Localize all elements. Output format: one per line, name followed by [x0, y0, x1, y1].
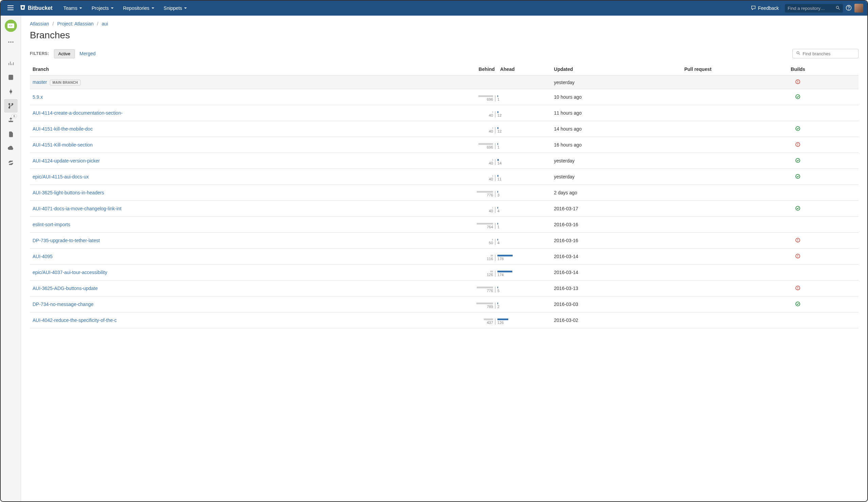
breadcrumb-project[interactable]: Project: Atlassian	[57, 21, 94, 27]
feedback-label: Feedback	[758, 6, 779, 11]
bucket-icon	[20, 4, 26, 12]
feedback-link[interactable]: Feedback	[747, 3, 782, 13]
repo-avatar-icon[interactable]: <>	[5, 20, 17, 32]
filter-active-button[interactable]: Active	[54, 49, 75, 58]
branch-link[interactable]: AUI-4042-reduce-the-specificity-of-the-c	[32, 317, 117, 323]
nav-snippets[interactable]: Snippets	[160, 3, 191, 13]
behind-indicator: 40	[489, 175, 495, 181]
behind-indicator: 126	[487, 271, 495, 277]
branch-link[interactable]: epic/AUI-4115-aui-docs-ux	[32, 174, 89, 180]
updated-text: 2016-03-14	[554, 270, 578, 275]
updated-text: yesterday	[554, 174, 575, 180]
svg-point-39	[798, 241, 798, 242]
filter-merged-link[interactable]: Merged	[80, 51, 96, 56]
build-success-icon[interactable]	[795, 207, 800, 212]
build-failed-icon[interactable]	[795, 238, 800, 244]
primary-nav: Teams Projects Repositories Snippets	[59, 3, 191, 13]
sidebar-pullrequests-icon[interactable]: 6	[4, 113, 18, 127]
build-failed-icon[interactable]	[795, 254, 800, 260]
sidebar-source-icon[interactable]	[4, 71, 18, 84]
ahead-indicator: 12	[495, 127, 502, 133]
col-behind: Behind	[440, 63, 495, 76]
table-row: DP-734-no-message-change78922016-03-03••…	[30, 296, 858, 313]
svg-point-24	[797, 52, 799, 54]
find-branches[interactable]	[792, 49, 858, 58]
branch-link[interactable]: DP-735-upgrade-to-tether-latest	[32, 238, 100, 243]
branch-link[interactable]: eslint-sort-imports	[32, 222, 70, 227]
sidebar-settings-icon[interactable]	[4, 156, 18, 170]
table-row: eslint-sort-imports76412016-03-16•••	[30, 217, 858, 233]
ahead-indicator: 5	[495, 287, 499, 293]
nav-repositories[interactable]: Repositories	[119, 3, 158, 13]
breadcrumb-repo[interactable]: aui	[102, 21, 108, 27]
ahead-indicator: 4	[495, 207, 499, 213]
branch-link[interactable]: AUI-4151-kill-the-mobile-doc	[32, 126, 93, 132]
branch-link[interactable]: DP-734-no-message-change	[32, 301, 94, 307]
branch-link[interactable]: master	[32, 79, 47, 85]
branches-table: Branch Behind Ahead Updated Pull request…	[30, 63, 858, 328]
sidebar-overview-icon[interactable]	[4, 56, 18, 70]
table-row: AUI-4114-create-a-documentation-section-…	[30, 105, 858, 121]
caret-down-icon	[111, 8, 114, 9]
nav-snippets-label: Snippets	[164, 6, 182, 11]
behind-indicator: 776	[477, 287, 496, 293]
bitbucket-logo[interactable]: Bitbucket	[16, 4, 56, 12]
branch-link[interactable]: epic/AUI-4037-aui-tour-accessibility	[32, 270, 107, 275]
branch-link[interactable]: AUI-4124-update-version-picker	[32, 158, 100, 164]
find-branches-input[interactable]	[803, 51, 855, 56]
global-search-input[interactable]	[788, 6, 834, 11]
updated-text: 2016-03-14	[554, 254, 578, 259]
branch-link[interactable]: AUI-4114-create-a-documentation-section-	[32, 110, 122, 116]
user-avatar[interactable]	[855, 4, 863, 12]
updated-text: yesterday	[554, 158, 575, 164]
main-content: Atlassian / Project: Atlassian / aui Bra…	[21, 16, 867, 501]
updated-text: 14 hours ago	[554, 126, 582, 132]
ahead-indicator: 2	[495, 303, 499, 309]
branch-link[interactable]: 5.9.x	[32, 94, 43, 100]
help-icon[interactable]	[846, 5, 852, 12]
sidebar-commits-icon[interactable]	[4, 85, 18, 98]
branch-link[interactable]: AUI-4095	[32, 254, 53, 259]
behind-indicator: 696	[478, 95, 496, 101]
branch-link[interactable]: AUI-4151-Kill-mobile-section	[32, 142, 93, 147]
build-failed-icon[interactable]	[795, 143, 800, 148]
sidebar-more-icon[interactable]	[4, 35, 18, 49]
ahead-indicator: 3	[495, 191, 499, 197]
svg-point-42	[798, 257, 798, 257]
svg-point-33	[798, 145, 798, 146]
build-success-icon[interactable]	[795, 175, 800, 180]
nav-teams[interactable]: Teams	[59, 3, 86, 13]
global-header: Bitbucket Teams Projects Repositories Sn…	[1, 1, 867, 16]
updated-text: 2016-03-16	[554, 238, 578, 243]
col-actions	[831, 63, 858, 76]
sidebar-downloads-icon[interactable]	[4, 142, 18, 155]
updated-text: 16 hours ago	[554, 142, 582, 147]
sidebar-branches-icon[interactable]	[4, 99, 18, 113]
build-success-icon[interactable]	[795, 95, 800, 100]
behind-indicator: 764	[477, 223, 495, 229]
global-search[interactable]	[785, 4, 843, 12]
sidebar-pipelines-icon[interactable]	[4, 127, 18, 141]
ahead-indicator: 1	[495, 223, 499, 229]
build-success-icon[interactable]	[795, 127, 800, 132]
branch-link[interactable]: AUI-3625-ADG-buttons-update	[32, 286, 98, 291]
col-updated: Updated	[551, 63, 682, 76]
branch-link[interactable]: AUI-4071-docs-ia-move-changelog-link-int	[32, 206, 121, 211]
table-row: 5.9.x696110 hours ago•••	[30, 89, 858, 105]
build-failed-icon[interactable]	[795, 286, 800, 292]
behind-indicator: 40	[489, 127, 495, 133]
menu-icon[interactable]	[5, 3, 16, 13]
updated-text: yesterday	[554, 80, 575, 85]
nav-projects[interactable]: Projects	[87, 3, 118, 13]
svg-point-45	[798, 289, 798, 289]
build-success-icon[interactable]	[795, 302, 800, 308]
build-success-icon[interactable]	[795, 159, 800, 164]
svg-point-23	[9, 107, 10, 108]
branch-link[interactable]: AUI-3625-light-buttons-in-headers	[32, 190, 104, 195]
nav-repositories-label: Repositories	[123, 6, 149, 11]
main-branch-badge: MAIN BRANCH	[50, 80, 81, 85]
breadcrumb-atlassian[interactable]: Atlassian	[30, 21, 49, 27]
table-row: AUI-3625-ADG-buttons-update77652016-03-1…	[30, 280, 858, 296]
build-failed-icon[interactable]	[795, 80, 800, 85]
behind-indicator: 696	[478, 143, 496, 149]
